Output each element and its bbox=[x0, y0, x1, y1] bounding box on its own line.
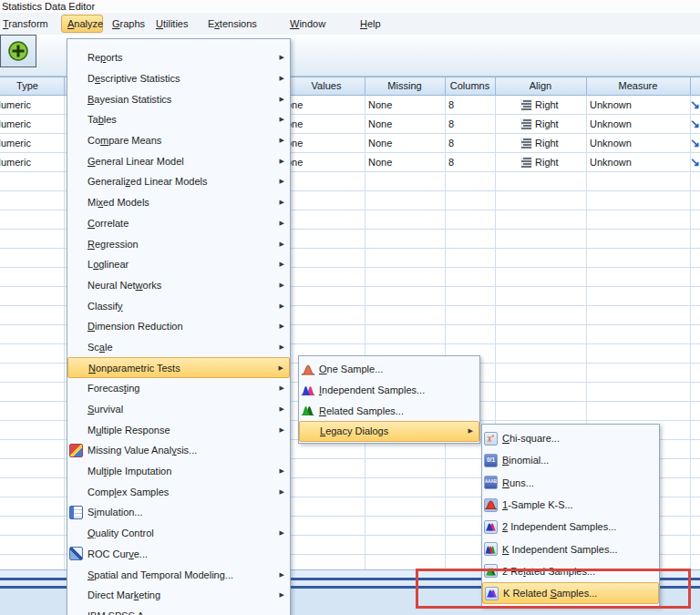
menu-item-runs[interactable]: AAAB Runs... bbox=[482, 472, 659, 494]
menu-item-nonparametric-tests[interactable]: Nonparametric Tests▶ bbox=[67, 357, 290, 378]
column-header-values[interactable]: Values bbox=[288, 77, 365, 96]
column-header-type[interactable]: Type bbox=[0, 77, 64, 96]
column-header-measure[interactable]: Measure bbox=[586, 77, 690, 96]
cell-missing[interactable]: None bbox=[368, 96, 392, 114]
submenu-arrow-icon: ▶ bbox=[274, 467, 284, 475]
cell-align[interactable]: Right bbox=[535, 134, 559, 152]
binomial-icon: 0/1 bbox=[484, 454, 498, 467]
cell-measure[interactable]: Unknown bbox=[590, 134, 632, 152]
header-separator bbox=[690, 77, 691, 96]
menu-item-missing-value-analysis[interactable]: Missing Value Analysis... bbox=[67, 440, 290, 461]
menubar-utilities[interactable]: Utilities bbox=[156, 16, 188, 31]
cell-missing[interactable]: None bbox=[368, 153, 392, 171]
menu-item-direct-marketing[interactable]: Direct Marketing▶ bbox=[67, 585, 290, 606]
cell-missing[interactable]: None bbox=[368, 134, 392, 152]
cell-type[interactable]: Numeric bbox=[0, 115, 31, 133]
menu-item-ibm-spss[interactable]: IBM SPSS A bbox=[67, 606, 290, 615]
submenu-arrow-icon: ▶ bbox=[273, 364, 283, 372]
menu-item-spatial-and-temporal-modeling[interactable]: Spatial and Temporal Modeling...▶ bbox=[67, 564, 290, 585]
window-title-bar: Statistics Data Editor bbox=[0, 0, 700, 13]
cell-align[interactable]: Right bbox=[535, 153, 559, 171]
chi-square-icon: χ² bbox=[484, 432, 498, 446]
menubar-window[interactable]: Window bbox=[290, 16, 325, 31]
menu-item-neural-networks[interactable]: Neural Networks▶ bbox=[67, 275, 290, 296]
cell-type[interactable]: Numeric bbox=[0, 96, 31, 114]
menu-item-dimension-reduction[interactable]: Dimension Reduction▶ bbox=[67, 316, 290, 337]
menu-item-1-sample-ks[interactable]: 1-Sample K-S... bbox=[482, 494, 659, 516]
submenu-arrow-icon: ▶ bbox=[274, 571, 284, 579]
cell-measure[interactable]: Unknown bbox=[590, 96, 632, 114]
menu-item-simulation[interactable]: Simulation... bbox=[67, 502, 290, 523]
cell-columns[interactable]: 8 bbox=[448, 134, 454, 152]
menu-item-forecasting[interactable]: Forecasting▶ bbox=[67, 378, 290, 399]
menubar-graphs[interactable]: Graphs bbox=[112, 16, 145, 31]
menu-item-complex-samples[interactable]: Complex Samples▶ bbox=[67, 481, 290, 502]
menu-item-roc-curve[interactable]: ROC Curve... bbox=[67, 544, 290, 565]
cell-columns[interactable]: 8 bbox=[448, 153, 454, 171]
menu-item-descriptive-statistics[interactable]: Descriptive Statistics▶ bbox=[67, 68, 290, 89]
menu-item-quality-control[interactable]: Quality Control▶ bbox=[67, 523, 290, 544]
menu-item-one-sample[interactable]: One Sample... bbox=[299, 359, 479, 380]
column-header-align[interactable]: Align bbox=[495, 77, 586, 96]
submenu-arrow-icon: ▶ bbox=[274, 241, 284, 248]
menubar-transform[interactable]: Transform bbox=[3, 16, 48, 31]
simulation-icon bbox=[69, 506, 83, 519]
menu-item-reports[interactable]: Reports▶ bbox=[67, 47, 290, 68]
submenu-arrow-icon: ▶ bbox=[274, 158, 284, 165]
nonparametric-tests-submenu: One Sample... Independent Samples... Rel… bbox=[298, 355, 480, 444]
menu-item-k-independent-samples[interactable]: K Independent Samples... bbox=[482, 538, 659, 559]
menu-item-multiple-imputation[interactable]: Multiple Imputation▶ bbox=[67, 461, 290, 482]
menu-item-regression[interactable]: Regression▶ bbox=[67, 233, 290, 254]
header-separator bbox=[365, 77, 365, 96]
menu-item-legacy-dialogs[interactable]: Legacy Dialogs ▶ bbox=[299, 421, 479, 442]
menu-item-independent-samples[interactable]: Independent Samples... bbox=[299, 380, 479, 401]
submenu-arrow-icon: ▶ bbox=[274, 199, 284, 206]
menu-item-generalized-linear-models[interactable]: Generalized Linear Models▶ bbox=[67, 171, 290, 192]
cell-measure[interactable]: Unknown bbox=[590, 153, 632, 171]
menu-item-correlate[interactable]: Correlate▶ bbox=[67, 213, 290, 234]
cell-columns[interactable]: 8 bbox=[448, 96, 454, 114]
custom-dialogs-button-pressed[interactable] bbox=[0, 35, 36, 67]
menu-item-classify[interactable]: Classify▶ bbox=[67, 295, 290, 316]
cell-type[interactable]: Numeric bbox=[0, 134, 31, 152]
menu-bar: Transform Analyze Graphs Utilities Exten… bbox=[0, 13, 700, 35]
bells-glyph bbox=[485, 522, 497, 531]
menu-item-general-linear-model[interactable]: General Linear Model▶ bbox=[67, 150, 290, 171]
menu-item-multiple-response[interactable]: Multiple Response▶ bbox=[67, 419, 290, 440]
menu-item-related-samples[interactable]: Related Samples... bbox=[299, 400, 479, 421]
cell-align[interactable]: Right bbox=[535, 115, 559, 133]
menu-item-survival[interactable]: Survival▶ bbox=[67, 399, 290, 420]
cell-columns[interactable]: 8 bbox=[448, 115, 454, 133]
align-right-icon bbox=[520, 118, 532, 129]
menubar-help[interactable]: Help bbox=[360, 16, 381, 31]
missing-value-analysis-icon bbox=[69, 444, 83, 457]
menu-item-loglinear[interactable]: Loglinear▶ bbox=[67, 254, 290, 275]
submenu-arrow-icon: ▶ bbox=[274, 75, 284, 82]
menu-item-compare-means[interactable]: Compare Means▶ bbox=[67, 130, 290, 151]
cell-missing[interactable]: None bbox=[368, 115, 392, 133]
menubar-extensions[interactable]: Extensions bbox=[208, 16, 257, 31]
align-right-icon bbox=[520, 99, 532, 110]
menu-item-bayesian-statistics[interactable]: Bayesian Statistics▶ bbox=[67, 88, 290, 109]
role-input-icon: ↘ bbox=[690, 134, 700, 152]
menu-item-chi-square[interactable]: χ² Chi-square... bbox=[482, 427, 659, 449]
submenu-arrow-icon: ▶ bbox=[274, 405, 284, 413]
submenu-arrow-icon: ▶ bbox=[274, 116, 284, 123]
submenu-arrow-icon: ▶ bbox=[274, 282, 284, 289]
menu-item-tables[interactable]: Tables▶ bbox=[67, 109, 290, 130]
column-header-columns[interactable]: Columns bbox=[445, 77, 495, 96]
independent-samples-icon bbox=[301, 384, 315, 396]
menu-item-mixed-models[interactable]: Mixed Models▶ bbox=[67, 192, 290, 213]
submenu-arrow-icon: ▶ bbox=[274, 178, 284, 185]
menu-item-scale[interactable]: Scale▶ bbox=[67, 337, 290, 358]
annotation-rectangle bbox=[416, 569, 691, 609]
cell-measure[interactable]: Unknown bbox=[590, 115, 632, 133]
menu-item-binomial[interactable]: 0/1 Binomial... bbox=[482, 449, 659, 471]
submenu-arrow-icon: ▶ bbox=[274, 426, 284, 434]
cell-align[interactable]: Right bbox=[535, 96, 559, 114]
menubar-analyze[interactable]: Analyze bbox=[67, 16, 103, 31]
menu-item-2-independent-samples[interactable]: 2 Independent Samples... bbox=[482, 516, 659, 538]
cell-type[interactable]: Numeric bbox=[0, 153, 31, 171]
window-title: Statistics Data Editor bbox=[2, 1, 95, 12]
column-header-missing[interactable]: Missing bbox=[365, 77, 445, 96]
